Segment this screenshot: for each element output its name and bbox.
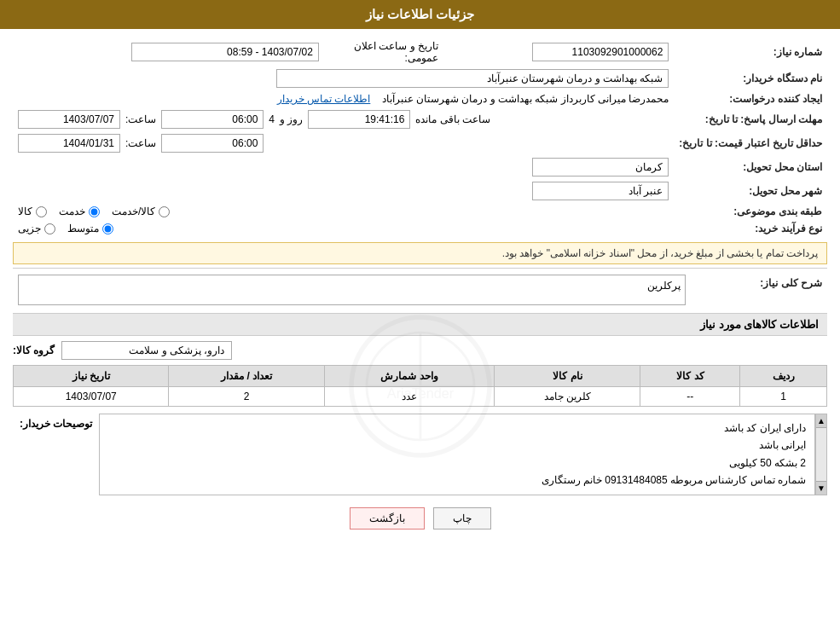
cell-radif: 1 <box>740 387 827 407</box>
shahr-row: شهر محل تحویل: عنبر آباد <box>13 179 827 203</box>
tabaqe-kala-khedmat-radio[interactable] <box>159 206 170 217</box>
group-kala-label: گروه کالا: <box>13 344 55 356</box>
nove-farayand-row: نوع فرآیند خرید: جزیی متوسط <box>13 220 827 237</box>
back-button[interactable]: بازگشت <box>350 507 425 530</box>
nove-motevaset-item[interactable]: متوسط <box>67 223 113 234</box>
ijad-konande-label: ایجاد کننده درخواست: <box>674 90 827 107</box>
ostan-label: استان محل تحویل: <box>674 155 827 179</box>
tabaqe-khedmat-label: خدمت <box>59 205 85 217</box>
shomara-niaz-input: 1103092901000062 <box>532 43 669 61</box>
sharh-input: پرکلرین <box>18 275 686 305</box>
nove-farayand-radio-group: جزیی متوسط <box>18 223 669 234</box>
separator-1 <box>13 268 827 269</box>
print-button[interactable]: چاپ <box>433 507 491 530</box>
cell-tedad: 2 <box>169 387 324 407</box>
nove-farayand-label: نوع فرآیند خرید: <box>674 220 827 237</box>
col-kod: کد کالا <box>640 366 740 387</box>
nove-farayand-value: جزیی متوسط <box>13 220 674 237</box>
mohlat-date-input: 1403/07/07 <box>18 110 120 129</box>
content-area: شماره نیاز: 1103092901000062 تاریخ و ساع… <box>0 29 840 547</box>
shahr-input: عنبر آباد <box>532 182 669 200</box>
nove-jozei-radio[interactable] <box>44 223 55 234</box>
shomara-niaz-row: شماره نیاز: 1103092901000062 تاریخ و ساع… <box>13 38 827 67</box>
mohlat-fields: 1403/07/07 ساعت: 06:00 4 روز و 19:41:16 … <box>18 110 669 129</box>
ijad-konande-input: محمدرضا میرانی کاربرداز شبکه بهداشت و در… <box>382 93 669 105</box>
tabaqe-khedmat-item[interactable]: خدمت <box>59 205 100 217</box>
shahr-label: شهر محل تحویل: <box>674 179 827 203</box>
group-kala-value: دارو، پزشکی و سلامت <box>61 341 232 360</box>
cell-nam_kala: کلرین جامد <box>495 387 640 407</box>
tabaqe-radio-group: کالا خدمت کالا/خدمت <box>18 205 669 217</box>
notice-bar: پرداخت تمام یا بخشی از مبلغ خرید، از محل… <box>13 242 827 264</box>
ostan-value: کرمان <box>13 155 674 179</box>
col-tarikh: تاریخ نیاز <box>14 366 169 387</box>
mohlat-roz-input: 4 <box>269 113 275 125</box>
tabaqe-kala-khedmat-label: کالا/خدمت <box>112 205 155 217</box>
page-header: جزئیات اطلاعات نیاز <box>0 0 840 29</box>
cell-tarikh: 1403/07/07 <box>14 387 169 407</box>
ijad-konande-row: ایجاد کننده درخواست: محمدرضا میرانی کارب… <box>13 90 827 107</box>
hadaqal-date-input: 1404/01/31 <box>18 134 120 153</box>
hadaqal-fields: 1404/01/31 ساعت: 06:00 <box>18 134 669 153</box>
footer-buttons: چاپ بازگشت <box>13 507 827 530</box>
scrollbar[interactable]: ▲ ▼ <box>815 414 827 495</box>
tabaqe-kala-item[interactable]: کالا <box>18 205 47 217</box>
mohlat-values: 1403/07/07 ساعت: 06:00 4 روز و 19:41:16 … <box>13 107 674 131</box>
svg-text:AriaTender: AriaTender <box>386 385 454 400</box>
nove-jozei-item[interactable]: جزیی <box>18 223 55 234</box>
nove-motevaset-label: متوسط <box>67 223 99 234</box>
sharh-table: شرح کلی نیاز: پرکلرین <box>13 272 827 308</box>
nove-jozei-label: جزیی <box>18 223 41 234</box>
col-radif: ردیف <box>740 366 827 387</box>
tarikh-value-cell: 1403/07/02 - 08:59 <box>13 38 324 67</box>
tabaqe-label: طبقه بندی موضوعی: <box>674 203 827 220</box>
nam-dastgah-value: شبکه بهداشت و درمان شهرستان عنبرآباد <box>13 67 674 90</box>
tabaqe-kala-label: کالا <box>18 205 32 217</box>
nam-dastgah-label: نام دستگاه خریدار: <box>674 67 827 90</box>
mohlat-roz-label: روز و <box>280 113 303 125</box>
tabaqe-row: طبقه بندی موضوعی: کالا خدمت کالا/خدمت <box>13 203 827 220</box>
sharh-value-cell: پرکلرین <box>13 272 691 308</box>
mohlat-row: مهلت ارسال پاسخ: تا تاریخ: 1403/07/07 سا… <box>13 107 827 131</box>
hadaqal-time-input: 06:00 <box>161 134 264 153</box>
mohlat-time-label: ساعت: <box>125 113 156 125</box>
ettelaat-tamas-link[interactable]: اطلاعات تماس خریدار <box>277 93 371 105</box>
scroll-up[interactable]: ▲ <box>816 414 826 428</box>
info-table: شماره نیاز: 1103092901000062 تاریخ و ساع… <box>13 38 827 237</box>
ostan-input: کرمان <box>532 158 669 177</box>
toseeh-label: توصیحات خریدار: <box>13 414 99 495</box>
page-title: جزئیات اطلاعات نیاز <box>366 7 474 21</box>
toseeh-line: شماره تماس کارشناس مربوطه 09131484085 خا… <box>108 472 806 489</box>
tabaqe-value: کالا خدمت کالا/خدمت <box>13 203 674 220</box>
tabaqe-kala-radio[interactable] <box>36 206 47 217</box>
tabaqe-khedmat-radio[interactable] <box>89 206 100 217</box>
nam-dastgah-row: نام دستگاه خریدار: شبکه بهداشت و درمان ش… <box>13 67 827 90</box>
tabaqe-kala-khedmat-item[interactable]: کالا/خدمت <box>112 205 170 217</box>
tarikh-saaat-label: تاریخ و ساعت اعلان عمومی: <box>354 40 438 64</box>
sharh-row: شرح کلی نیاز: پرکلرین <box>13 272 827 308</box>
shomara-niaz-label: شماره نیاز: <box>674 38 827 67</box>
nam-dastgah-input: شبکه بهداشت و درمان شهرستان عنبرآباد <box>276 69 669 88</box>
cell-kod_kala: -- <box>640 387 740 407</box>
hadaqal-row: حداقل تاریخ اعتبار قیمت: تا تاریخ: 1404/… <box>13 131 827 155</box>
nove-motevaset-radio[interactable] <box>102 223 113 234</box>
notice-text: پرداخت تمام یا بخشی از مبلغ خرید، از محل… <box>502 247 818 259</box>
scroll-down[interactable]: ▼ <box>816 481 826 495</box>
hadaqal-label: حداقل تاریخ اعتبار قیمت: تا تاریخ: <box>674 131 827 155</box>
mohlat-mande-label: ساعت باقی مانده <box>415 113 490 125</box>
hadaqal-time-label: ساعت: <box>125 137 156 149</box>
shahr-value: عنبر آباد <box>13 179 674 203</box>
sharh-label: شرح کلی نیاز: <box>691 272 827 308</box>
shomara-niaz-value: 1103092901000062 <box>443 38 674 67</box>
ostan-row: استان محل تحویل: کرمان <box>13 155 827 179</box>
mohlat-label: مهلت ارسال پاسخ: تا تاریخ: <box>674 107 827 131</box>
goods-table-container: AriaTender ردیف کد کالا نام کالا واحد شم… <box>13 365 827 407</box>
mohlat-mande-input: 19:41:16 <box>308 110 410 129</box>
page-wrapper: جزئیات اطلاعات نیاز شماره نیاز: 11030929… <box>0 0 840 625</box>
tarikh-label: تاریخ و ساعت اعلان عمومی: <box>324 38 443 67</box>
ijad-konande-value: محمدرضا میرانی کاربرداز شبکه بهداشت و در… <box>13 90 674 107</box>
col-tedad: تعداد / مقدار <box>169 366 324 387</box>
tarikh-saaat-value: 1403/07/02 - 08:59 <box>131 43 319 61</box>
col-nam: نام کالا <box>495 366 640 387</box>
hadaqal-values: 1404/01/31 ساعت: 06:00 <box>13 131 674 155</box>
